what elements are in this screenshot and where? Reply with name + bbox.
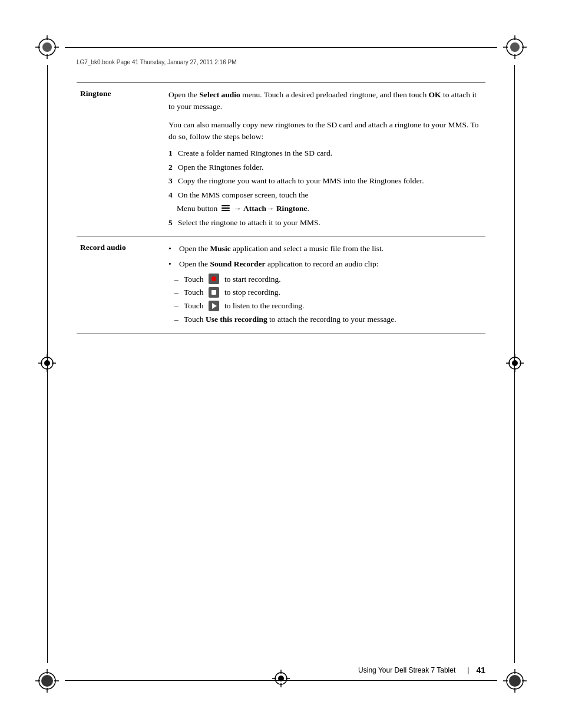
ringtone-label: Ringtone bbox=[77, 83, 165, 237]
svg-point-7 bbox=[510, 42, 520, 52]
footer-label: Using Your Dell Streak 7 Tablet bbox=[358, 666, 455, 674]
mid-left-mark bbox=[38, 354, 56, 374]
header-meta: LG7_bk0.book Page 41 Thursday, January 2… bbox=[77, 59, 236, 65]
footer-separator: | bbox=[467, 666, 469, 674]
ringtone-step-2: 2 Open the Ringtones folder. bbox=[168, 162, 482, 173]
ringtone-content: Open the Select audio menu. Touch a desi… bbox=[165, 83, 485, 237]
svg-point-37 bbox=[278, 676, 284, 681]
play-icon bbox=[209, 301, 219, 311]
record-audio-dashes: – Touch to start recording. – Touch to s… bbox=[168, 274, 482, 325]
ringtone-step-4: 4 On the MMS composer screen, touch the bbox=[168, 189, 482, 201]
ringtone-step-1: 1 Create a folder named Ringtones in the… bbox=[168, 147, 482, 159]
menu-icon bbox=[221, 204, 230, 212]
svg-point-13 bbox=[41, 675, 53, 687]
mid-right-mark bbox=[506, 354, 524, 374]
table-row-record-audio: Record audio • Open the Music applicatio… bbox=[77, 237, 485, 333]
ringtone-steps: 1 Create a folder named Ringtones in the… bbox=[168, 147, 482, 228]
corner-mark-tr bbox=[503, 35, 527, 59]
svg-point-31 bbox=[512, 360, 518, 366]
table-row-ringtone: Ringtone Open the Select audio menu. Tou… bbox=[77, 83, 485, 237]
content-table: Ringtone Open the Select audio menu. Tou… bbox=[77, 83, 485, 333]
footer: Using Your Dell Streak 7 Tablet | 41 bbox=[77, 666, 485, 675]
footer-page-number: 41 bbox=[476, 666, 485, 675]
record-icon bbox=[209, 274, 219, 284]
corner-mark-bl bbox=[35, 669, 59, 693]
content-area: Ringtone Open the Select audio menu. Tou… bbox=[77, 83, 485, 651]
hline-top bbox=[65, 47, 497, 48]
ringtone-step-3: 3 Copy the ringtone you want to attach t… bbox=[168, 175, 482, 187]
ringtone-para1: Open the Select audio menu. Touch a desi… bbox=[168, 89, 482, 113]
ringtone-step-5: 5 Select the ringtone to attach it to yo… bbox=[168, 217, 482, 229]
record-audio-bullet-2: • Open the Sound Recorder application to… bbox=[168, 258, 482, 270]
stop-icon bbox=[209, 287, 219, 298]
dash-use-recording: – Touch Use this recording to attach the… bbox=[174, 314, 482, 325]
ringtone-para2: You can also manually copy new ringtones… bbox=[168, 119, 482, 143]
bottom-content-rule bbox=[77, 333, 485, 334]
corner-mark-br bbox=[503, 669, 527, 693]
dash-record: – Touch to start recording. bbox=[174, 274, 482, 285]
svg-point-1 bbox=[42, 42, 52, 52]
record-audio-content: • Open the Music application and select … bbox=[165, 237, 485, 333]
dash-play: – Touch to listen to the recording. bbox=[174, 300, 482, 312]
menu-button-line: Menu button → Attach→ Ringtone. bbox=[177, 203, 482, 215]
svg-point-19 bbox=[509, 675, 521, 687]
corner-mark-tl bbox=[35, 35, 59, 59]
record-audio-label: Record audio bbox=[77, 237, 165, 333]
record-audio-bullet-1: • Open the Music application and select … bbox=[168, 243, 482, 255]
svg-point-25 bbox=[44, 360, 50, 366]
dash-stop: – Touch to stop recording. bbox=[174, 286, 482, 298]
